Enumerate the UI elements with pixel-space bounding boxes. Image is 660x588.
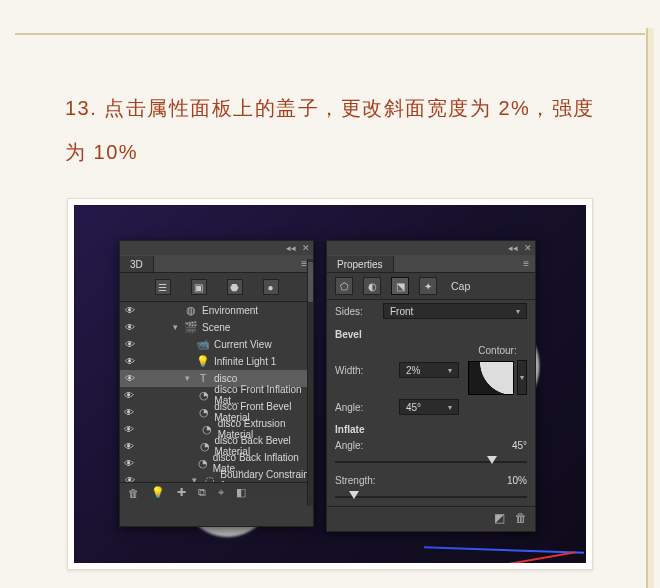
panel-properties-header[interactable]: ◂◂ ✕ (327, 241, 535, 255)
bevel-width-select[interactable]: 2% ▾ (399, 362, 459, 378)
tree-item[interactable]: 👁◍Environment (120, 302, 313, 319)
close-icon[interactable]: ✕ (524, 243, 532, 253)
chevron-down-icon: ▾ (448, 403, 452, 412)
visibility-eye-icon[interactable]: 👁 (124, 339, 136, 350)
bevel-section-title: Bevel (327, 322, 535, 343)
panel-3d[interactable]: ◂◂ ✕ 3D ≡ ☰ ▣ ⬣ ● 👁◍Environment👁▾🎬Scene👁… (119, 240, 314, 527)
deform-icon[interactable]: ◐ (363, 277, 381, 295)
tree-item[interactable]: 👁▾🎬Scene (120, 319, 313, 336)
panel-properties[interactable]: ◂◂ ✕ Properties ≡ ⬠◐⬔✦Cap Sides: Front ▾… (326, 240, 536, 532)
screenshot-figure: ◂◂ ✕ 3D ≡ ☰ ▣ ⬣ ● 👁◍Environment👁▾🎬Scene👁… (67, 198, 593, 570)
collapse-icon[interactable]: ◂◂ (508, 243, 518, 253)
cap-mode-label: Cap (451, 280, 470, 292)
tree-item-label: Current View (214, 339, 272, 350)
visibility-eye-icon[interactable]: 👁 (124, 356, 136, 367)
divider (15, 33, 645, 35)
contour-label: Contour: (478, 345, 516, 356)
sphere-icon: ◔ (198, 440, 210, 452)
scene-tree[interactable]: 👁◍Environment👁▾🎬Scene👁📹Current View👁💡Inf… (120, 302, 313, 482)
visibility-eye-icon[interactable]: 👁 (124, 305, 136, 316)
tab-3d[interactable]: 3D (120, 256, 154, 272)
render-icon[interactable]: ◩ (494, 511, 505, 525)
inflate-strength-value: 10% (497, 475, 527, 486)
tree-item-label: disco (214, 373, 237, 384)
tree-scrollbar-thumb[interactable] (308, 262, 313, 302)
clapper-icon: 🎬 (184, 321, 198, 333)
mesh-filter-icon[interactable]: ⬣ (227, 279, 243, 295)
contour-group: Contour: ▾ (468, 345, 527, 395)
bevel-angle-row: Angle: 45° ▾ (327, 397, 535, 417)
sides-row: Sides: Front ▾ (327, 300, 535, 322)
camera-filter-icon[interactable]: ▣ (191, 279, 207, 295)
slider-thumb[interactable] (487, 456, 497, 464)
collapse-icon[interactable]: ◂◂ (286, 243, 296, 253)
visibility-eye-icon[interactable]: 👁 (124, 373, 136, 384)
panel-3d-header[interactable]: ◂◂ ✕ (120, 241, 313, 255)
light-filter-icon[interactable]: ● (263, 279, 279, 295)
page-edge (646, 28, 648, 588)
cap-icon[interactable]: ⬔ (391, 277, 409, 295)
sides-select[interactable]: Front ▾ (383, 303, 527, 319)
chevron-down-icon: ▾ (516, 307, 520, 316)
disclosure-icon[interactable]: ▾ (170, 322, 180, 332)
tree-item[interactable]: 👁💡Infinite Light 1 (120, 353, 313, 370)
properties-mode-strip: ⬠◐⬔✦Cap (327, 273, 535, 300)
chevron-down-icon: ▾ (448, 366, 452, 375)
sides-value: Front (390, 306, 413, 317)
trash-icon[interactable]: 🗑 (128, 487, 139, 499)
picker-icon[interactable]: ◧ (236, 486, 246, 499)
bevel-width-value: 2% (406, 365, 420, 376)
mesh-icon[interactable]: ⬠ (335, 277, 353, 295)
visibility-eye-icon[interactable]: 👁 (124, 390, 134, 401)
panel-properties-footer: ◩🗑 (327, 506, 535, 529)
inflate-angle-slider[interactable] (335, 457, 527, 467)
bevel-angle-select[interactable]: 45° ▾ (399, 399, 459, 415)
camera-icon[interactable]: ⌖ (218, 486, 224, 499)
scene-filter-icon[interactable]: ☰ (155, 279, 171, 295)
close-icon[interactable]: ✕ (302, 243, 310, 253)
globe-icon: ◍ (184, 304, 198, 316)
bevel-width-label: Width: (335, 365, 393, 376)
3d-viewport: ◂◂ ✕ 3D ≡ ☰ ▣ ⬣ ● 👁◍Environment👁▾🎬Scene👁… (74, 205, 586, 563)
plus-icon[interactable]: ✚ (177, 486, 186, 499)
bevel-angle-value: 45° (406, 402, 421, 413)
visibility-eye-icon[interactable]: 👁 (124, 407, 134, 418)
coords-icon[interactable]: ✦ (419, 277, 437, 295)
sphere-icon: ◔ (198, 406, 210, 418)
delete-icon[interactable]: 🗑 (515, 511, 527, 525)
disclosure-icon[interactable]: ▾ (190, 475, 199, 482)
light-icon[interactable]: 💡 (151, 486, 165, 499)
panel-3d-footer: 🗑💡✚⧉⌖◧ (120, 482, 313, 502)
panel-menu-icon[interactable]: ≡ (517, 258, 535, 269)
contour-curve-icon (469, 362, 513, 394)
tree-item-label: Infinite Light 1 (214, 356, 276, 367)
disclosure-icon[interactable]: ▾ (182, 373, 192, 383)
panel-3d-tabrow: 3D ≡ (120, 255, 313, 273)
visibility-eye-icon[interactable]: 👁 (124, 424, 135, 435)
chevron-down-icon[interactable]: ▾ (517, 360, 527, 395)
circle-icon: ◌ (203, 474, 216, 482)
tree-item[interactable]: 👁📹Current View (120, 336, 313, 353)
sphere-icon: ◔ (197, 457, 209, 469)
dup-icon[interactable]: ⧉ (198, 486, 206, 499)
inflate-angle-value: 45° (497, 440, 527, 451)
slider-thumb[interactable] (349, 491, 359, 499)
tree-scrollbar[interactable] (307, 259, 313, 506)
contour-picker[interactable] (468, 361, 514, 395)
visibility-eye-icon[interactable]: 👁 (124, 475, 135, 483)
visibility-eye-icon[interactable]: 👁 (124, 458, 134, 469)
panel-properties-tabrow: Properties ≡ (327, 255, 535, 273)
bevel-angle-label: Angle: (335, 402, 393, 413)
visibility-eye-icon[interactable]: 👁 (124, 441, 134, 452)
inflate-strength-slider[interactable] (335, 492, 527, 502)
camcorder-icon: 📹 (196, 338, 210, 350)
inflate-angle-row: Angle: 45° (327, 438, 535, 457)
inflate-strength-row: Strength: 10% (327, 473, 535, 492)
inflate-strength-label: Strength: (335, 475, 385, 486)
step-instruction: 13. 点击属性面板上的盖子，更改斜面宽度为 2%，强度为 10% (65, 86, 610, 174)
panel-3d-toolbar: ☰ ▣ ⬣ ● (120, 273, 313, 302)
tab-properties[interactable]: Properties (327, 256, 394, 272)
inflate-angle-label: Angle: (335, 440, 385, 451)
bulb-icon: 💡 (196, 355, 210, 367)
visibility-eye-icon[interactable]: 👁 (124, 322, 136, 333)
